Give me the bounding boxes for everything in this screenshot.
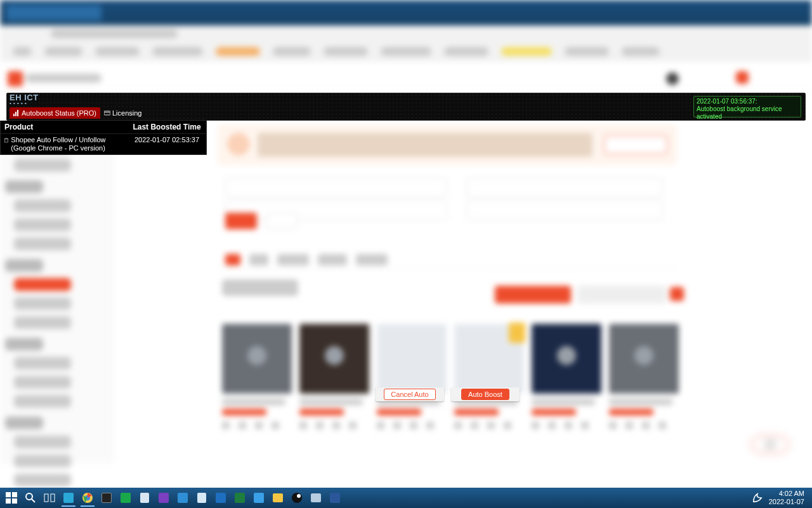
taskbar-app-green[interactable] (117, 489, 134, 507)
svg-point-12 (26, 493, 32, 500)
svg-rect-2 (17, 110, 18, 116)
taskbar-app-download[interactable] (174, 489, 192, 507)
svg-point-19 (297, 494, 301, 498)
search-icon[interactable] (22, 489, 39, 507)
chart-icon (13, 110, 20, 116)
product-name: Shopee Auto Follow / Unfollow (Google Ch… (11, 136, 131, 152)
svg-line-13 (32, 499, 35, 502)
start-button[interactable] (3, 489, 20, 507)
cancel-auto-overlay: Cancel Auto (376, 387, 444, 401)
cancel-auto-button[interactable]: Cancel Auto (384, 389, 435, 400)
task-view-icon[interactable] (41, 489, 58, 507)
auto-boost-overlay: Auto Boost (451, 387, 520, 401)
extension-status-box: 2022-01-07 03:56:37: Autoboost backgroun… (693, 96, 801, 117)
windows-taskbar: 4:02 AM 2022-01-07 (0, 488, 812, 508)
table-row: Shopee Auto Follow / Unfollow (Google Ch… (1, 134, 206, 154)
taskbar-app-steam[interactable] (288, 489, 306, 507)
autoboost-status-panel: Product Last Boosted Time Shopee Auto Fo… (0, 121, 207, 155)
tab-label: Autoboost Status (PRO) (22, 109, 96, 117)
last-boosted-time: 2022-01-07 02:53:37 (131, 136, 202, 152)
tab-autoboost-status[interactable]: Autoboost Status (PRO) (10, 107, 100, 119)
clock-time: 4:02 AM (769, 490, 804, 498)
card-icon (104, 110, 110, 116)
taskbar-app-notepad[interactable] (193, 489, 211, 507)
tab-label: Licensing (112, 109, 141, 117)
svg-rect-15 (51, 494, 55, 502)
clock-date: 2022-01-07 (769, 498, 804, 506)
col-header-product: Product (4, 123, 131, 131)
taskbar-app-notes[interactable] (136, 489, 154, 507)
svg-rect-8 (6, 492, 11, 497)
trash-icon[interactable] (4, 136, 8, 152)
taskbar-app-terminal[interactable] (98, 489, 115, 507)
tray-icon[interactable] (751, 489, 764, 507)
taskbar-app-outlook[interactable] (212, 489, 230, 507)
status-timestamp: 2022-01-07 03:56:37: (697, 98, 798, 105)
status-message: Autoboost background service activated (697, 105, 798, 121)
taskbar-app-remote[interactable] (250, 489, 268, 507)
tab-licensing[interactable]: Licensing (100, 107, 145, 119)
svg-point-18 (292, 493, 302, 503)
svg-rect-11 (12, 498, 17, 504)
taskbar-app-explorer[interactable] (269, 489, 287, 507)
extension-logo: EH ICT • • • • • (10, 93, 39, 105)
svg-rect-1 (15, 112, 16, 116)
taskbar-app-excel[interactable] (231, 489, 249, 507)
taskbar-app-vs[interactable] (155, 489, 173, 507)
taskbar-app-misc1[interactable] (307, 489, 325, 507)
extension-bar: EH ICT • • • • • Autoboost Status (PRO) … (6, 93, 806, 121)
taskbar-clock[interactable]: 4:02 AM 2022-01-07 (764, 490, 809, 506)
taskbar-app-store[interactable] (60, 489, 77, 507)
svg-rect-9 (12, 492, 17, 497)
svg-rect-10 (6, 498, 11, 504)
col-header-time: Last Boosted Time (131, 123, 202, 131)
svg-rect-14 (44, 494, 48, 502)
svg-rect-5 (5, 139, 8, 142)
svg-rect-3 (104, 111, 110, 115)
auto-boost-button[interactable]: Auto Boost (461, 389, 509, 400)
taskbar-app-word[interactable] (326, 489, 344, 507)
blurred-background: 💬 (0, 0, 812, 508)
svg-rect-0 (13, 114, 15, 116)
taskbar-app-chrome[interactable] (79, 489, 96, 507)
